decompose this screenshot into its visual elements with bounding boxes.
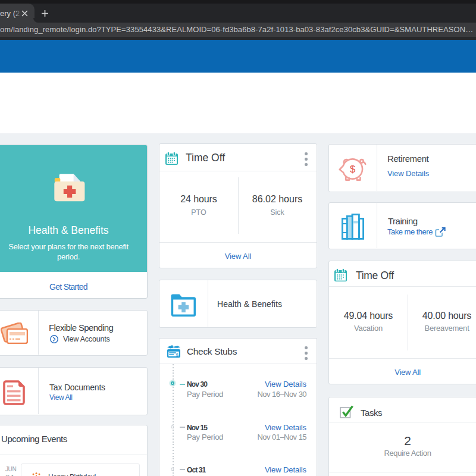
svg-text:$: $	[350, 164, 355, 174]
svg-text:$: $	[176, 353, 178, 358]
